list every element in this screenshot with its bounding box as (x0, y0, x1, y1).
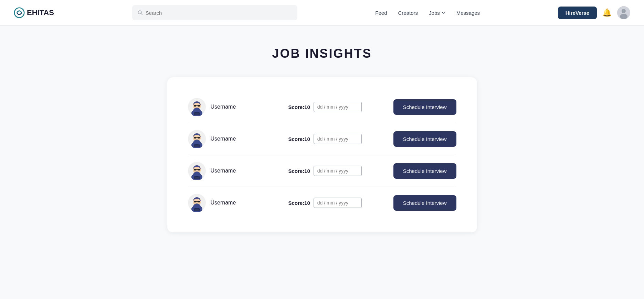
svg-rect-21 (194, 145, 199, 147)
page-title: JOB INSIGHTS (272, 46, 372, 61)
bell-icon[interactable]: 🔔 (602, 8, 612, 17)
svg-point-0 (14, 8, 24, 18)
nav-right: HireVerse 🔔 (558, 6, 630, 19)
nav-feed[interactable]: Feed (375, 10, 387, 16)
svg-rect-29 (194, 177, 199, 179)
nav-messages[interactable]: Messages (456, 10, 480, 16)
score-label: Score:10 (288, 200, 310, 206)
score-label: Score:10 (288, 168, 310, 174)
search-input[interactable] (146, 10, 292, 16)
user-avatar (188, 194, 206, 212)
svg-rect-25 (194, 169, 196, 170)
score-section: Score:10 (288, 102, 361, 112)
user-avatar (188, 98, 206, 116)
date-input[interactable] (314, 102, 362, 112)
score-label: Score:10 (288, 136, 310, 142)
username: Username (211, 136, 236, 142)
nav-links: Feed Creators Jobs Messages (375, 10, 480, 16)
logo[interactable]: EHITAS (14, 7, 54, 18)
score-section: Score:10 (288, 134, 361, 144)
svg-rect-33 (194, 201, 196, 202)
table-row: Username Score:10 Schedule Interview (188, 91, 456, 123)
nav-jobs[interactable]: Jobs (429, 10, 445, 16)
brand-name: EHITAS (27, 8, 54, 17)
username: Username (211, 168, 236, 174)
search-bar[interactable] (132, 5, 297, 20)
username: Username (211, 104, 236, 110)
user-avatar (188, 130, 206, 148)
svg-point-4 (622, 9, 626, 13)
svg-point-5 (620, 14, 627, 19)
avatar[interactable] (617, 6, 630, 19)
schedule-interview-button[interactable]: Schedule Interview (393, 131, 456, 147)
schedule-interview-button[interactable]: Schedule Interview (393, 99, 456, 115)
svg-rect-9 (194, 105, 196, 107)
score-section: Score:10 (288, 198, 361, 208)
nav-jobs-link[interactable]: Jobs (429, 10, 440, 16)
score-section: Score:10 (288, 166, 361, 176)
svg-rect-26 (198, 169, 200, 170)
table-row: Username Score:10 Schedule Interview (188, 187, 456, 219)
svg-line-2 (141, 13, 142, 15)
schedule-interview-button[interactable]: Schedule Interview (393, 163, 456, 179)
user-info: Username (188, 98, 257, 116)
svg-rect-17 (194, 137, 196, 139)
schedule-interview-button[interactable]: Schedule Interview (393, 195, 456, 211)
username: Username (211, 200, 236, 206)
svg-rect-37 (194, 209, 199, 211)
score-label: Score:10 (288, 104, 310, 110)
navbar: EHITAS Feed Creators Jobs Messages HireV… (0, 0, 644, 26)
table-row: Username Score:10 Schedule Interview (188, 123, 456, 155)
user-info: Username (188, 162, 257, 180)
avatar-image (617, 6, 630, 19)
svg-rect-13 (194, 113, 199, 115)
search-icon (138, 10, 143, 15)
hireverse-button[interactable]: HireVerse (558, 7, 597, 19)
date-input[interactable] (314, 166, 362, 176)
chevron-down-icon (441, 11, 445, 15)
insights-card: Username Score:10 Schedule Interview (167, 77, 477, 232)
svg-rect-34 (198, 201, 200, 202)
svg-rect-18 (198, 137, 200, 139)
table-row: Username Score:10 Schedule Interview (188, 155, 456, 187)
date-input[interactable] (314, 198, 362, 208)
user-info: Username (188, 130, 257, 148)
user-info: Username (188, 194, 257, 212)
svg-rect-10 (198, 105, 200, 107)
date-input[interactable] (314, 134, 362, 144)
nav-creators[interactable]: Creators (398, 10, 418, 16)
user-avatar (188, 162, 206, 180)
main-content: JOB INSIGHTS (0, 26, 644, 246)
